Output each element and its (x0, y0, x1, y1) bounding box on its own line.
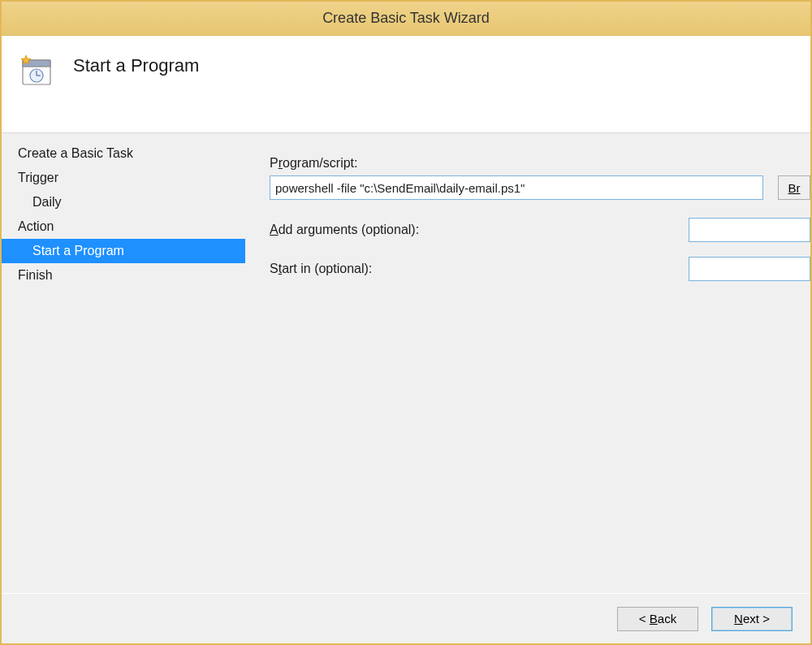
step-create-basic-task[interactable]: Create a Basic Task (2, 141, 245, 166)
wizard-footer: < Back Next > (2, 593, 810, 643)
wizard-header: Start a Program (2, 36, 810, 133)
browse-button[interactable]: Br (778, 175, 810, 200)
wizard-body: Create a Basic Task Trigger Daily Action… (2, 133, 810, 593)
start-in-label: Start in (optional): (270, 262, 456, 276)
program-script-input[interactable] (270, 175, 763, 200)
page-title: Start a Program (73, 50, 199, 76)
step-finish[interactable]: Finish (2, 263, 245, 288)
step-action[interactable]: Action (2, 214, 245, 239)
titlebar[interactable]: Create Basic Task Wizard (2, 2, 810, 36)
wizard-window: Create Basic Task Wizard Start a Program… (0, 0, 812, 645)
wizard-content: Program/script: Br Add arguments (option… (245, 133, 810, 593)
back-button[interactable]: < Back (617, 607, 698, 631)
next-button[interactable]: Next > (711, 607, 793, 631)
step-trigger[interactable]: Trigger (2, 166, 245, 190)
wizard-steps-sidebar: Create a Basic Task Trigger Daily Action… (2, 133, 245, 593)
step-start-a-program[interactable]: Start a Program (2, 239, 245, 263)
step-daily[interactable]: Daily (2, 190, 245, 214)
add-arguments-label: Add arguments (optional): (270, 223, 456, 237)
start-in-input[interactable] (689, 257, 810, 281)
program-script-label: Program/script: (270, 156, 456, 171)
add-arguments-input[interactable] (689, 218, 810, 242)
task-scheduler-icon (18, 52, 55, 89)
window-title: Create Basic Task Wizard (322, 10, 490, 27)
